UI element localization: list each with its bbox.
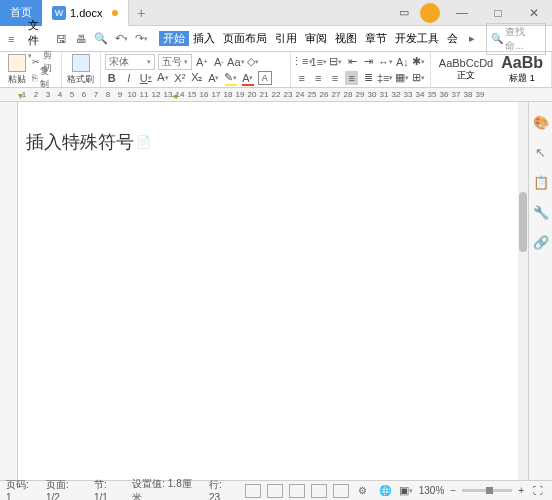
fullscreen-icon[interactable]: ⛶	[530, 483, 546, 499]
multilevel-icon[interactable]: ⊟▾	[329, 55, 343, 69]
align-center-icon[interactable]: ≡	[311, 71, 325, 85]
char-scale-icon[interactable]: ↔▾	[379, 55, 393, 69]
qat-redo-icon[interactable]: ↷▾	[133, 31, 149, 47]
shading-icon[interactable]: ▦▾	[395, 71, 409, 85]
ruler-tick: 5	[66, 90, 78, 99]
change-case-icon[interactable]: Aa▾	[229, 55, 243, 69]
decrease-indent-icon[interactable]: ⇤	[345, 55, 359, 69]
view-print-icon[interactable]	[267, 484, 283, 498]
vertical-ruler[interactable]	[0, 102, 18, 480]
clear-format-icon[interactable]: ◇▾	[246, 55, 260, 69]
tab-view[interactable]: 视图	[331, 31, 361, 46]
font-size-select[interactable]: 五号▾	[158, 54, 192, 70]
scrollbar-thumb[interactable]	[519, 192, 527, 252]
ruler-left-indent-icon[interactable]: ▾	[18, 90, 28, 100]
new-tab-button[interactable]: +	[129, 5, 153, 21]
view-web-icon[interactable]	[311, 484, 327, 498]
ruler-tick: 23	[282, 90, 294, 99]
ruler-tick: 10	[126, 90, 138, 99]
ruler-tick: 2	[30, 90, 42, 99]
palette-icon[interactable]: 🎨	[533, 114, 549, 130]
italic-button[interactable]: I	[122, 71, 136, 85]
horizontal-ruler[interactable]: ▾ ◂ 123456789101112131415161718192021222…	[0, 88, 552, 102]
style-normal[interactable]: AaBbCcDd 正文	[435, 57, 497, 82]
ruler-right-indent-icon[interactable]: ◂	[172, 90, 182, 100]
tab-more[interactable]: 会	[443, 31, 462, 46]
zoom-value[interactable]: 130%	[419, 485, 445, 496]
format-painter-button[interactable]: 格式刷	[66, 54, 96, 86]
decrease-font-icon[interactable]: A-	[212, 55, 226, 69]
highlight-button[interactable]: ✎▾	[224, 71, 238, 85]
unsaved-indicator-icon	[112, 10, 118, 16]
globe-icon[interactable]: 🌐	[377, 483, 393, 499]
settings-icon[interactable]: ⚙	[355, 483, 371, 499]
underline-button[interactable]: U▾	[139, 71, 153, 85]
style-heading-1[interactable]: AaBb 标题 1	[497, 54, 547, 85]
zoom-out-button[interactable]: −	[450, 485, 456, 496]
paste-button[interactable]: 粘贴	[4, 54, 30, 86]
borders-icon[interactable]: ⊞▾	[412, 71, 426, 85]
symbols-icon[interactable]: ✱▾	[412, 55, 426, 69]
tab-start[interactable]: 开始	[159, 31, 189, 46]
line-spacing-icon[interactable]: ‡≡▾	[378, 71, 392, 85]
status-page-of: 页面: 1/2	[46, 478, 84, 500]
ruler-tick: 29	[354, 90, 366, 99]
qat-preview-icon[interactable]: 🔍	[93, 31, 109, 47]
ruler-tick: 18	[222, 90, 234, 99]
tab-insert[interactable]: 插入	[189, 31, 219, 46]
copy-button[interactable]: ⎘ 复制	[32, 70, 57, 86]
zoom-slider[interactable]	[462, 489, 512, 492]
search-input[interactable]: 🔍 查找命...	[486, 23, 546, 55]
bold-button[interactable]: B	[105, 71, 119, 85]
superscript-button[interactable]: X²	[173, 71, 187, 85]
increase-indent-icon[interactable]: ⇥	[362, 55, 376, 69]
tab-review[interactable]: 审阅	[301, 31, 331, 46]
document-text-line[interactable]: 插入特殊符号📄	[26, 130, 520, 154]
menubar-dropdown-icon[interactable]: ▸	[464, 31, 480, 47]
ruler-tick: 20	[246, 90, 258, 99]
zoom-in-button[interactable]: +	[518, 485, 524, 496]
attachment-icon[interactable]: 🔗	[533, 234, 549, 250]
tab-sections[interactable]: 章节	[361, 31, 391, 46]
select-tool-icon[interactable]: ↖	[533, 144, 549, 160]
menu-bar: ≡ 文件▾ 🖫 🖶 🔍 ↶▾ ↷▾ 开始 插入 页面布局 引用 审阅 视图 章节…	[0, 26, 552, 52]
hamburger-icon[interactable]: ≡	[4, 33, 18, 45]
document-page[interactable]: 插入特殊符号📄	[18, 102, 528, 480]
tab-document[interactable]: W 1.docx	[42, 0, 129, 26]
font-color-button[interactable]: A▾	[241, 71, 255, 85]
ruler-tick: 12	[150, 90, 162, 99]
user-avatar[interactable]	[420, 3, 440, 23]
qat-undo-icon[interactable]: ↶▾	[113, 31, 129, 47]
strike-button[interactable]: A̵▾	[156, 71, 170, 85]
spellcheck-icon[interactable]	[245, 484, 261, 498]
view-reading-icon[interactable]	[333, 484, 349, 498]
align-justify-icon[interactable]: ≡	[345, 71, 359, 85]
view-outline-icon[interactable]	[289, 484, 305, 498]
status-section: 节: 1/1	[94, 478, 122, 500]
wrench-icon[interactable]: 🔧	[533, 204, 549, 220]
align-left-icon[interactable]: ≡	[295, 71, 309, 85]
status-page-num: 页码: 1	[6, 478, 36, 500]
align-distribute-icon[interactable]: ≣	[361, 71, 375, 85]
char-border-icon[interactable]: A	[258, 71, 272, 85]
qat-save-icon[interactable]: 🖫	[53, 31, 69, 47]
numbering-icon[interactable]: 1≡▾	[312, 55, 326, 69]
text-effects-icon[interactable]: A▾	[207, 71, 221, 85]
align-right-icon[interactable]: ≡	[328, 71, 342, 85]
clipboard-side-icon[interactable]: 📋	[533, 174, 549, 190]
qat-print-icon[interactable]: 🖶	[73, 31, 89, 47]
tab-developer[interactable]: 开发工具	[391, 31, 443, 46]
bullets-icon[interactable]: ⋮≡▾	[295, 55, 309, 69]
tab-references[interactable]: 引用	[271, 31, 301, 46]
increase-font-icon[interactable]: A+	[195, 55, 209, 69]
ruler-tick: 4	[54, 90, 66, 99]
zoom-combo[interactable]: ▣▾	[399, 484, 413, 498]
vertical-scrollbar[interactable]	[518, 102, 528, 480]
tab-layout[interactable]: 页面布局	[219, 31, 271, 46]
ruler-tick: 15	[186, 90, 198, 99]
subscript-button[interactable]: X₂	[190, 71, 204, 85]
font-name-select[interactable]: 宋体▾	[105, 54, 155, 70]
app-switcher-icon[interactable]: ▭	[396, 5, 412, 21]
sort-icon[interactable]: A↓	[396, 55, 410, 69]
format-painter-icon	[72, 54, 90, 72]
